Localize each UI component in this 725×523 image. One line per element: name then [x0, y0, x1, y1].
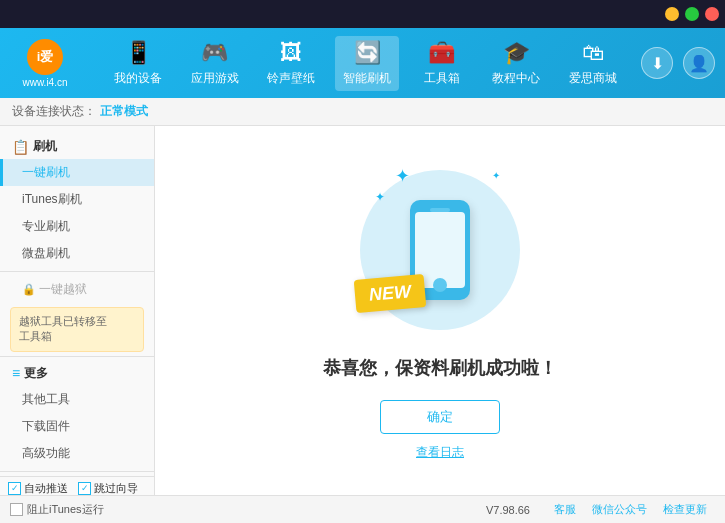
header: i爱 www.i4.cn 📱 我的设备 🎮 应用游戏 🖼 铃声壁纸 🔄 智能刷机…: [0, 28, 725, 98]
nav-bar: 📱 我的设备 🎮 应用游戏 🖼 铃声壁纸 🔄 智能刷机 🧰 工具箱 🎓 教程中心…: [100, 36, 631, 91]
auto-send-label: 自动推送: [24, 481, 68, 495]
status-label: 设备连接状态：: [12, 103, 96, 120]
sidebar: 📋 刷机 一键刷机 iTunes刷机 专业刷机 微盘刷机 🔒 一键越狱 越狱工具…: [0, 126, 155, 495]
sidebar-divider-1: [0, 271, 154, 272]
sidebar-item-jailbreak: 🔒 一键越狱: [0, 276, 154, 303]
nav-toolbox-label: 工具箱: [424, 70, 460, 87]
nav-apps-games-label: 应用游戏: [191, 70, 239, 87]
wallpaper-icon: 🖼: [280, 40, 302, 66]
nav-apps-games[interactable]: 🎮 应用游戏: [183, 36, 247, 91]
titlebar: [0, 0, 725, 28]
one-click-flash-label: 一键刷机: [22, 165, 70, 179]
itunes-flash-label: iTunes刷机: [22, 192, 82, 206]
sidebar-section-flash: 📋 刷机: [0, 134, 154, 159]
customer-service-link[interactable]: 客服: [554, 502, 576, 517]
logo-icon: i爱: [27, 39, 63, 75]
main-area: 📋 刷机 一键刷机 iTunes刷机 专业刷机 微盘刷机 🔒 一键越狱 越狱工具…: [0, 126, 725, 495]
sidebar-item-advanced[interactable]: 高级功能: [0, 440, 154, 467]
skip-wizard-checkbox-box[interactable]: ✓: [78, 482, 91, 495]
nav-shop[interactable]: 🛍 爱思商城: [561, 36, 625, 91]
section2-label: 更多: [24, 365, 48, 382]
apps-games-icon: 🎮: [201, 40, 228, 66]
minimize-button[interactable]: [665, 7, 679, 21]
micro-flash-label: 微盘刷机: [22, 246, 70, 260]
smart-flash-icon: 🔄: [354, 40, 381, 66]
nav-tutorial-label: 教程中心: [492, 70, 540, 87]
nav-smart-flash-label: 智能刷机: [343, 70, 391, 87]
sidebar-section-more: ≡ 更多: [0, 361, 154, 386]
sidebar-item-micro-flash[interactable]: 微盘刷机: [0, 240, 154, 267]
view-log-link[interactable]: 查看日志: [416, 444, 464, 461]
wechat-public-link[interactable]: 微信公众号: [592, 502, 647, 517]
nav-my-device[interactable]: 📱 我的设备: [106, 36, 170, 91]
sparkle-icon-1: ✦: [395, 165, 410, 187]
sidebar-item-itunes-flash[interactable]: iTunes刷机: [0, 186, 154, 213]
nav-tutorial[interactable]: 🎓 教程中心: [484, 36, 548, 91]
download-fw-label: 下载固件: [22, 419, 70, 433]
status-value: 正常模式: [100, 103, 148, 120]
nav-smart-flash[interactable]: 🔄 智能刷机: [335, 36, 399, 91]
confirm-button[interactable]: 确定: [380, 400, 500, 434]
nav-wallpaper[interactable]: 🖼 铃声壁纸: [259, 36, 323, 91]
maximize-button[interactable]: [685, 7, 699, 21]
sidebar-item-one-click-flash[interactable]: 一键刷机: [0, 159, 154, 186]
sidebar-item-other-tools[interactable]: 其他工具: [0, 386, 154, 413]
sparkle-icon-3: ✦: [492, 170, 500, 181]
phone-home: [433, 278, 447, 292]
sidebar-divider-2: [0, 356, 154, 357]
account-button[interactable]: 👤: [683, 47, 715, 79]
version-label: V7.98.66: [486, 504, 530, 516]
close-button[interactable]: [705, 7, 719, 21]
skip-wizard-checkbox[interactable]: ✓ 跳过向导: [78, 481, 138, 495]
success-message: 恭喜您，保资料刷机成功啦！: [323, 356, 557, 380]
sidebar-notice: 越狱工具已转移至工具箱: [10, 307, 144, 352]
check-update-link[interactable]: 检查更新: [663, 502, 707, 517]
sidebar-item-download-fw[interactable]: 下载固件: [0, 413, 154, 440]
itunes-checkbox[interactable]: [10, 503, 23, 516]
notice-text: 越狱工具已转移至工具箱: [19, 315, 107, 342]
flash-section-icon: 📋: [12, 139, 29, 155]
section1-label: 刷机: [33, 138, 57, 155]
nav-shop-label: 爱思商城: [569, 70, 617, 87]
checkbox-row: ✓ 自动推送 ✓ 跳过向导: [0, 476, 154, 495]
sparkle-icon-2: ✦: [375, 190, 385, 204]
more-section-icon: ≡: [12, 365, 20, 381]
sidebar-item-pro-flash[interactable]: 专业刷机: [0, 213, 154, 240]
nav-toolbox[interactable]: 🧰 工具箱: [412, 36, 472, 91]
nav-right-buttons: ⬇ 👤: [641, 47, 715, 79]
bottom-bar: 阻止iTunes运行 V7.98.66 客服 微信公众号 检查更新: [0, 495, 725, 523]
advanced-label: 高级功能: [22, 446, 70, 460]
pro-flash-label: 专业刷机: [22, 219, 70, 233]
success-illustration: ✦ ✦ ✦ NEW: [350, 160, 530, 340]
logo-url: www.i4.cn: [22, 77, 67, 88]
auto-send-checkbox[interactable]: ✓ 自动推送: [8, 481, 68, 495]
sidebar-divider-bottom: [0, 471, 154, 472]
nav-wallpaper-label: 铃声壁纸: [267, 70, 315, 87]
status-bar: 设备连接状态： 正常模式: [0, 98, 725, 126]
nav-my-device-label: 我的设备: [114, 70, 162, 87]
logo[interactable]: i爱 www.i4.cn: [10, 39, 80, 88]
auto-send-checkbox-box[interactable]: ✓: [8, 482, 21, 495]
tutorial-icon: 🎓: [503, 40, 530, 66]
itunes-label: 阻止iTunes运行: [27, 502, 104, 517]
download-button[interactable]: ⬇: [641, 47, 673, 79]
itunes-row: 阻止iTunes运行: [10, 502, 104, 517]
content-area: ✦ ✦ ✦ NEW 恭喜您，保资料刷机成功啦！ 确定 查看日志: [155, 126, 725, 495]
other-tools-label: 其他工具: [22, 392, 70, 406]
new-badge: NEW: [354, 274, 427, 313]
skip-wizard-label: 跳过向导: [94, 481, 138, 495]
shop-icon: 🛍: [582, 40, 604, 66]
jailbreak-label: 一键越狱: [39, 282, 87, 296]
my-device-icon: 📱: [125, 40, 152, 66]
toolbox-icon: 🧰: [428, 40, 455, 66]
